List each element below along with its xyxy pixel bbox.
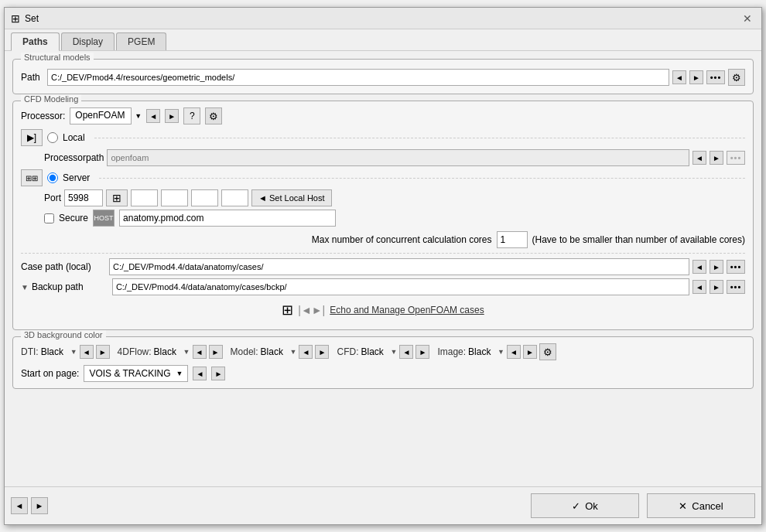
path-more-btn[interactable]: ••• — [706, 70, 725, 84]
window-icon: ⊞ — [11, 12, 20, 25]
path-label: Path — [21, 72, 44, 83]
secure-label: Secure — [59, 213, 88, 223]
cores-row: Max number of concurrent calculation cor… — [21, 231, 745, 248]
4dflow-next-btn[interactable]: ► — [209, 345, 223, 359]
proc-path-more-btn[interactable]: ••• — [727, 151, 745, 165]
dti-prev-btn[interactable]: ◄ — [80, 345, 94, 359]
ok-label: Ok — [585, 500, 598, 512]
4dflow-dropdown-arrow[interactable]: ▼ — [183, 348, 190, 356]
processor-next-btn[interactable]: ► — [165, 109, 179, 123]
cores-note: (Have to be smaller than number of avail… — [532, 234, 745, 245]
server-radio-row: ⊞⊞ Server — [21, 169, 745, 186]
cfd-color: Black — [361, 346, 388, 357]
cores-input[interactable] — [497, 231, 528, 248]
footer: ◄ ► ✓ Ok ✕ Cancel — [5, 486, 761, 524]
dti-dropdown-arrow[interactable]: ▼ — [70, 348, 77, 356]
backup-path-prev-btn[interactable]: ◄ — [692, 280, 706, 294]
secure-row: Secure HOST — [44, 210, 745, 227]
backup-path-label: Backup path — [32, 281, 109, 292]
local-icon-btn[interactable]: ▶] — [21, 129, 43, 146]
image-prev-btn[interactable]: ◄ — [507, 345, 521, 359]
echo-btn[interactable]: Echo and Manage OpenFOAM cases — [330, 305, 484, 315]
color-item-model: Model: Black ▼ ◄ ► — [231, 345, 330, 359]
ip1-input[interactable] — [131, 189, 158, 206]
model-prev-btn[interactable]: ◄ — [299, 345, 313, 359]
cfd-modeling-group: CFD Modeling Processor: OpenFOAM ▼ ◄ ► ?… — [12, 101, 754, 330]
path-settings-btn[interactable]: ⚙ — [728, 69, 745, 86]
ok-button[interactable]: ✓ Ok — [531, 493, 639, 518]
dti-color: Black — [41, 346, 68, 357]
path-prev-btn[interactable]: ◄ — [672, 70, 686, 84]
tab-paths[interactable]: Paths — [11, 32, 60, 51]
processor-path-label: Processorpath — [44, 152, 104, 163]
case-path-input[interactable] — [109, 258, 689, 275]
processor-path-input[interactable] — [107, 149, 689, 166]
content-area: Structural models Path ◄ ► ••• ⚙ CFD Mod… — [5, 51, 761, 486]
secure-checkbox[interactable] — [44, 213, 54, 223]
local-radio[interactable] — [47, 132, 58, 143]
color-item-4dflow: 4DFlow: Black ▼ ◄ ► — [118, 345, 223, 359]
cfd-label: CFD: — [337, 346, 358, 357]
port-input[interactable] — [64, 189, 103, 206]
start-page-prev-btn[interactable]: ◄ — [193, 367, 207, 380]
start-page-select[interactable]: VOIS & TRACKING ▼ — [84, 365, 188, 382]
start-page-row: Start on page: VOIS & TRACKING ▼ ◄ ► — [21, 365, 745, 382]
footer-next-btn[interactable]: ► — [31, 497, 48, 514]
hostname-input[interactable] — [119, 210, 336, 227]
backup-path-more-btn[interactable]: ••• — [727, 280, 745, 294]
cfd-dropdown-arrow[interactable]: ▼ — [390, 348, 397, 356]
start-page-value: VOIS & TRACKING — [89, 368, 170, 379]
processor-gear-btn[interactable]: ⚙ — [205, 107, 222, 124]
image-next-btn[interactable]: ► — [523, 345, 537, 359]
window-title: Set — [25, 13, 39, 24]
dti-next-btn[interactable]: ► — [96, 345, 110, 359]
processor-select: OpenFOAM ▼ — [70, 107, 142, 124]
processor-prev-btn[interactable]: ◄ — [146, 109, 160, 123]
host-icon-btn[interactable]: HOST — [93, 210, 115, 227]
ip3-input[interactable] — [191, 189, 218, 206]
footer-buttons: ✓ Ok ✕ Cancel — [531, 493, 755, 518]
case-path-more-btn[interactable]: ••• — [727, 260, 745, 274]
ip2-input[interactable] — [161, 189, 188, 206]
server-icon-btn[interactable]: ⊞⊞ — [21, 169, 43, 186]
port-icon-btn[interactable]: ⊞ — [106, 189, 128, 206]
4dflow-prev-btn[interactable]: ◄ — [193, 345, 207, 359]
backup-path-next-btn[interactable]: ► — [710, 280, 723, 294]
cancel-button[interactable]: ✕ Cancel — [647, 493, 755, 518]
start-page-label: Start on page: — [21, 368, 79, 379]
bg-color-group: 3D background color DTI: Black ▼ ◄ ► 4DF… — [12, 336, 754, 389]
structural-models-label: Structural models — [21, 53, 94, 62]
server-radio[interactable] — [47, 172, 58, 183]
echo-separator: |◄►| — [298, 304, 325, 316]
model-next-btn[interactable]: ► — [315, 345, 329, 359]
tab-display[interactable]: Display — [61, 32, 115, 50]
start-page-next-btn[interactable]: ► — [211, 367, 225, 380]
main-window: ⊞ Set ✕ Paths Display PGEM Structural mo… — [4, 7, 762, 525]
case-path-prev-btn[interactable]: ◄ — [692, 260, 706, 274]
structural-path-input[interactable] — [47, 69, 669, 86]
tab-pgem[interactable]: PGEM — [116, 32, 166, 50]
path-next-btn[interactable]: ► — [689, 70, 703, 84]
processor-help-btn[interactable]: ? — [183, 107, 200, 124]
processor-dropdown-arrow[interactable]: ▼ — [135, 112, 142, 120]
proc-path-prev-btn[interactable]: ◄ — [692, 151, 706, 165]
backup-path-input[interactable] — [112, 278, 689, 295]
image-gear-btn[interactable]: ⚙ — [539, 343, 556, 360]
color-item-image: Image: Black ▼ ◄ ► ⚙ — [437, 343, 556, 360]
proc-path-next-btn[interactable]: ► — [710, 151, 723, 165]
close-button[interactable]: ✕ — [740, 11, 755, 26]
cfd-prev-btn[interactable]: ◄ — [399, 345, 413, 359]
set-local-host-btn[interactable]: ◄ Set Local Host — [251, 189, 331, 206]
case-path-next-btn[interactable]: ► — [710, 260, 723, 274]
processor-value[interactable]: OpenFOAM — [70, 107, 132, 124]
footer-prev-btn[interactable]: ◄ — [11, 497, 28, 514]
local-radio-row: ▶] Local — [21, 129, 745, 146]
cfd-modeling-label: CFD Modeling — [21, 94, 81, 104]
cfd-next-btn[interactable]: ► — [415, 345, 429, 359]
structural-models-path-row: Path ◄ ► ••• ⚙ — [21, 69, 745, 86]
model-dropdown-arrow[interactable]: ▼ — [290, 348, 297, 356]
collapse-arrow[interactable]: ▼ — [21, 283, 29, 292]
ip4-input[interactable] — [221, 189, 248, 206]
start-page-dropdown-arrow[interactable]: ▼ — [176, 370, 183, 377]
image-dropdown-arrow[interactable]: ▼ — [498, 348, 504, 356]
